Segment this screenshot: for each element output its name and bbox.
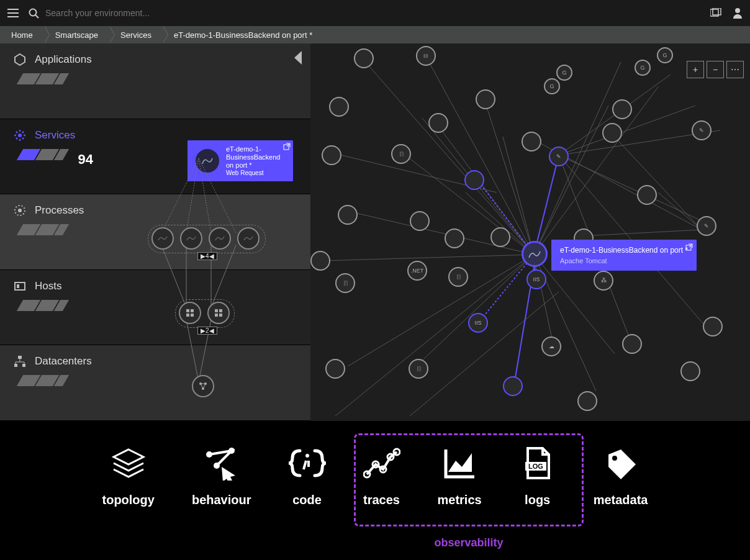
svg-point-6 bbox=[18, 133, 22, 137]
dock-behaviour[interactable]: behaviour bbox=[192, 446, 251, 507]
dock-label: behaviour bbox=[192, 493, 251, 507]
host-node[interactable] bbox=[179, 302, 201, 324]
breadcrumb-current[interactable]: eT-demo-1-BusinessBackend on port * bbox=[163, 26, 323, 43]
graph-tooltip: eT-demo-1-BusinessBackend on port * Apac… bbox=[551, 240, 697, 271]
open-icon[interactable] bbox=[283, 143, 291, 150]
graph-node-highlight[interactable]: ✎ bbox=[549, 147, 569, 166]
svg-rect-13 bbox=[14, 364, 17, 367]
dock-label: traces bbox=[363, 493, 400, 507]
graph-node-tomcat[interactable] bbox=[410, 211, 430, 231]
observability-label: observability bbox=[363, 536, 575, 549]
tooltip-title: eT-demo-1-BusinessBackend on port * bbox=[226, 145, 287, 170]
user-icon[interactable] bbox=[733, 7, 743, 19]
process-node[interactable] bbox=[151, 227, 174, 250]
graph-node[interactable]: ⁂ bbox=[594, 271, 613, 291]
graph-node[interactable]: ✎ bbox=[692, 120, 712, 140]
graph-node-tomcat[interactable] bbox=[612, 99, 632, 119]
layer-stripe bbox=[17, 73, 91, 84]
dashboards-icon[interactable] bbox=[710, 8, 721, 18]
graph-node-tomcat[interactable] bbox=[577, 391, 597, 411]
zoom-in-button[interactable]: + bbox=[687, 61, 704, 78]
dock-code[interactable]: code bbox=[289, 446, 326, 507]
graph-node[interactable]: ✎ bbox=[697, 216, 716, 236]
dock-topology[interactable]: topology bbox=[102, 446, 155, 507]
graph-node-selected[interactable] bbox=[522, 241, 548, 267]
graph-node-db[interactable]: ⌸ bbox=[335, 273, 355, 293]
topbar bbox=[0, 0, 750, 26]
dock-metrics[interactable]: metrics bbox=[438, 446, 482, 507]
layer-datacenters[interactable]: Datacenters bbox=[0, 345, 310, 421]
graph-node-g[interactable]: G bbox=[556, 65, 572, 81]
graph-node[interactable]: ⦀⦀ bbox=[416, 46, 436, 66]
graph-node-tomcat[interactable] bbox=[322, 145, 341, 165]
svg-point-3 bbox=[735, 8, 740, 13]
layer-applications[interactable]: Applications bbox=[0, 43, 310, 119]
dock-label: logs bbox=[525, 493, 550, 507]
graph-node-tomcat-highlight[interactable] bbox=[503, 376, 523, 396]
graph-node-g[interactable]: G bbox=[657, 47, 673, 63]
graph-node-tomcat[interactable] bbox=[325, 359, 345, 379]
graph-node-cloud[interactable]: ☁ bbox=[541, 336, 561, 356]
layers-icon bbox=[110, 446, 147, 481]
process-node[interactable] bbox=[209, 227, 231, 250]
svg-rect-14 bbox=[22, 364, 25, 367]
open-icon[interactable] bbox=[685, 243, 693, 251]
code-icon bbox=[289, 446, 326, 481]
dock-label: metadata bbox=[594, 493, 648, 507]
graph-node-tomcat[interactable] bbox=[354, 48, 374, 68]
graph-node-tomcat[interactable] bbox=[602, 123, 622, 143]
gear-icon bbox=[14, 129, 26, 142]
graph-node-tomcat[interactable] bbox=[476, 89, 495, 109]
svg-rect-21 bbox=[215, 314, 218, 317]
search-icon[interactable] bbox=[29, 8, 39, 19]
graph-node-dotnet[interactable]: .NET bbox=[407, 261, 427, 281]
graph-node[interactable] bbox=[310, 251, 330, 271]
more-button[interactable]: ⋯ bbox=[726, 61, 744, 78]
svg-rect-16 bbox=[191, 309, 194, 312]
breadcrumb-home[interactable]: Home bbox=[0, 26, 44, 43]
graph-node-db[interactable]: ⌸ bbox=[409, 359, 428, 379]
graph-node-tomcat-highlight[interactable] bbox=[464, 170, 484, 190]
hexagon-icon bbox=[14, 53, 26, 66]
layer-hosts[interactable]: Hosts bbox=[0, 270, 310, 346]
graph-node-tomcat[interactable] bbox=[338, 205, 358, 225]
layer-count: 94 bbox=[78, 151, 93, 168]
graph-node-tomcat[interactable] bbox=[522, 132, 541, 151]
dock-metadata[interactable]: metadata bbox=[594, 446, 648, 507]
breadcrumb-smartscape[interactable]: Smartscape bbox=[44, 26, 109, 43]
graph-node-tomcat[interactable] bbox=[622, 334, 642, 354]
dock-label: topology bbox=[102, 493, 155, 507]
graph-node-tomcat[interactable] bbox=[329, 97, 349, 117]
host-node[interactable] bbox=[207, 302, 230, 324]
process-node[interactable] bbox=[180, 227, 202, 250]
graph-node-tomcat[interactable] bbox=[428, 113, 448, 133]
layer-label: Hosts bbox=[35, 280, 61, 292]
dock-traces[interactable]: traces bbox=[363, 446, 400, 507]
graph-node-tomcat[interactable] bbox=[445, 228, 464, 248]
graph-node-iis-highlight[interactable]: IIS bbox=[526, 269, 546, 289]
dock-logs[interactable]: LOG logs bbox=[519, 446, 556, 507]
graph-node-iis-highlight[interactable]: IIS bbox=[468, 313, 488, 333]
graph-node-g[interactable]: G bbox=[635, 60, 651, 76]
datacenter-node[interactable] bbox=[192, 375, 214, 397]
graph-node-db[interactable]: ⌸ bbox=[448, 267, 468, 287]
graph-node-tomcat[interactable] bbox=[637, 185, 657, 205]
svg-marker-4 bbox=[15, 54, 25, 65]
menu-icon[interactable] bbox=[7, 9, 19, 17]
graph-node-tomcat[interactable] bbox=[490, 227, 510, 247]
graph-node-tomcat[interactable] bbox=[703, 317, 723, 336]
layer-label: Applications bbox=[35, 53, 92, 66]
tag-icon bbox=[602, 446, 639, 481]
zoom-out-button[interactable]: − bbox=[707, 61, 724, 78]
graph-node-g[interactable]: G bbox=[544, 78, 560, 94]
graph-node-tomcat[interactable] bbox=[680, 361, 700, 381]
topology-graph[interactable]: ⦀⦀ ⌸ ⌸ ⌸ .NET ⌸ IIS ☁ ⁂ ✎ ✎ ✎ IIS G G bbox=[310, 43, 750, 421]
process-node[interactable] bbox=[237, 227, 260, 250]
search-input[interactable] bbox=[45, 8, 700, 18]
layer-label: Datacenters bbox=[35, 355, 92, 368]
breadcrumb-services[interactable]: Services bbox=[109, 26, 163, 43]
trace-icon bbox=[363, 446, 400, 481]
layer-services[interactable]: Services 94 eT-demo-1-BusinessBackend on… bbox=[0, 119, 310, 195]
graph-node-db[interactable]: ⌸ bbox=[391, 144, 411, 164]
collapse-arrow-icon[interactable] bbox=[294, 51, 302, 65]
